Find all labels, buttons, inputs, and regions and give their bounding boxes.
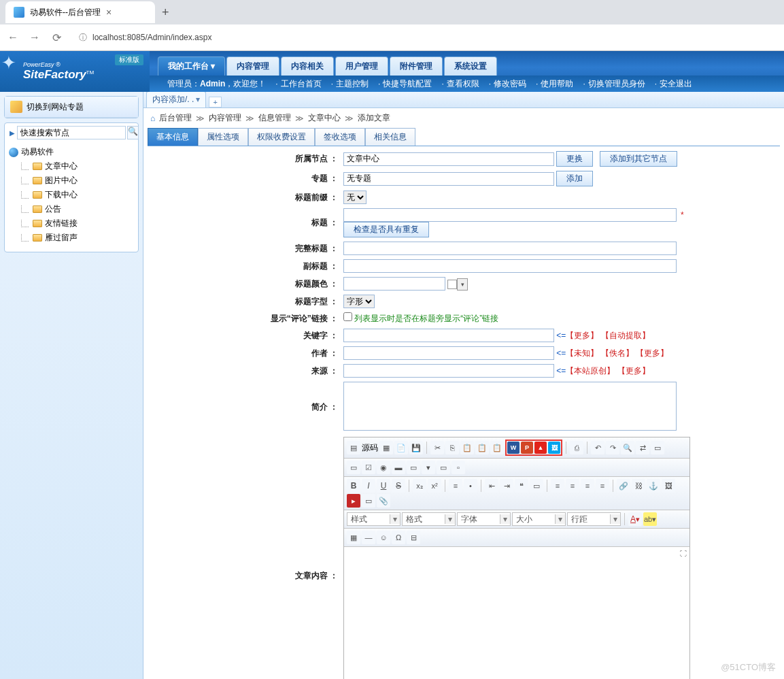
size-dd[interactable]: 大小▾: [512, 512, 566, 526]
add-button[interactable]: 添加: [556, 171, 593, 186]
source-field[interactable]: [343, 364, 554, 378]
search-input[interactable]: [17, 126, 126, 139]
link-perm[interactable]: 查看权限: [441, 78, 479, 90]
hidden-icon[interactable]: ▫: [451, 461, 465, 474]
align-center-icon[interactable]: ≡: [566, 479, 579, 493]
tab-perm[interactable]: 权限收费设置: [248, 128, 315, 146]
div-icon[interactable]: ▭: [530, 479, 543, 493]
subscript-icon[interactable]: x₂: [413, 479, 426, 493]
paste-word-icon[interactable]: 📋: [490, 441, 504, 454]
tree-node-image[interactable]: 图片中心: [21, 173, 134, 188]
anchor-icon[interactable]: ⚓: [647, 479, 660, 493]
site-info-icon[interactable]: ⓘ: [79, 32, 87, 44]
tab-sign[interactable]: 签收选项: [315, 128, 365, 146]
underline-icon[interactable]: U: [377, 479, 390, 493]
bgcolor-icon[interactable]: ab▾: [643, 512, 657, 526]
menu-content[interactable]: 内容管理: [226, 56, 279, 76]
align-left-icon[interactable]: ≡: [551, 479, 564, 493]
color-swatch[interactable]: [447, 280, 457, 289]
find-icon[interactable]: 🔍: [621, 441, 634, 454]
maximize-icon[interactable]: ⛶: [680, 550, 687, 557]
unlink-icon[interactable]: ⛓: [632, 479, 645, 493]
forward-icon[interactable]: →: [29, 31, 41, 44]
color-field[interactable]: [343, 277, 445, 291]
textarea-icon[interactable]: ▭: [407, 461, 420, 474]
link-nav[interactable]: 快捷导航配置: [378, 78, 432, 90]
crumb-2[interactable]: 信息管理: [258, 112, 291, 124]
au-anon-link[interactable]: 【佚名】: [601, 348, 634, 358]
quote-icon[interactable]: ❝: [515, 479, 528, 493]
lineheight-dd[interactable]: 行距▾: [567, 512, 621, 526]
radio-icon[interactable]: ◉: [377, 461, 390, 474]
table-icon[interactable]: ▦: [347, 531, 360, 544]
intro-textarea[interactable]: [343, 382, 677, 431]
back-icon[interactable]: ←: [7, 31, 19, 44]
ul-icon[interactable]: •: [464, 479, 477, 493]
newpage-icon[interactable]: 📄: [394, 441, 408, 454]
tree-node-download[interactable]: 下载中心: [21, 188, 134, 202]
outdent-icon[interactable]: ⇤: [485, 479, 498, 493]
special-icon[interactable]: Ω: [392, 531, 405, 544]
preview-icon[interactable]: ▦: [379, 441, 393, 454]
au-more-link[interactable]: 【更多】: [636, 348, 668, 358]
browser-tab[interactable]: 动易软件--后台管理 ×: [5, 1, 155, 23]
home-icon[interactable]: ⌂: [150, 114, 155, 123]
link-theme[interactable]: 主题控制: [331, 78, 369, 90]
smiley-icon[interactable]: ☺: [377, 531, 390, 544]
style-dd[interactable]: 样式▾: [347, 512, 400, 526]
source-icon[interactable]: ▤: [347, 441, 360, 454]
redo-icon[interactable]: ↷: [606, 441, 619, 454]
tree-node-article[interactable]: 文章中心: [21, 159, 134, 173]
keyword-field[interactable]: [343, 329, 554, 342]
link-exit[interactable]: 安全退出: [655, 78, 692, 90]
menu-system[interactable]: 系统设置: [444, 56, 497, 76]
prefix-select[interactable]: 无: [343, 191, 367, 204]
checkbox-icon[interactable]: ☑: [362, 461, 375, 474]
wintab-dd-icon[interactable]: ▾: [196, 95, 200, 104]
au-unknown-link[interactable]: 【未知】: [566, 348, 598, 358]
author-field[interactable]: [343, 346, 554, 360]
paste-icon[interactable]: 📋: [460, 441, 474, 454]
textfield-icon[interactable]: ▬: [392, 461, 405, 474]
crumb-3[interactable]: 文章中心: [308, 112, 341, 124]
attach-icon[interactable]: 📎: [377, 494, 390, 508]
italic-icon[interactable]: I: [362, 479, 375, 493]
button-icon[interactable]: ▭: [437, 461, 450, 474]
add-other-button[interactable]: 添加到其它节点: [600, 151, 677, 167]
color-dd-icon[interactable]: ▾: [457, 278, 468, 291]
pdf-icon[interactable]: ▲: [534, 442, 547, 454]
format-dd[interactable]: 格式▾: [402, 512, 456, 526]
crumb-0[interactable]: 后台管理: [159, 112, 192, 124]
font-select[interactable]: 字形: [343, 295, 375, 308]
source-label[interactable]: 源码: [362, 442, 378, 454]
check-dup-button[interactable]: 检查是否具有重复: [343, 222, 429, 237]
ppt-icon[interactable]: P: [521, 442, 533, 454]
editor-body[interactable]: ⛶: [344, 547, 689, 679]
tree-node-guestbook[interactable]: 雁过留声: [21, 231, 134, 245]
undo-icon[interactable]: ↶: [591, 441, 604, 454]
pagebreak-icon[interactable]: ⊟: [407, 531, 420, 544]
node-field[interactable]: [343, 152, 554, 166]
tree-node-links[interactable]: 友情链接: [21, 216, 134, 231]
ol-icon[interactable]: ≡: [449, 479, 462, 493]
media-icon[interactable]: ▭: [362, 494, 375, 508]
new-tab-button[interactable]: +: [155, 5, 176, 20]
menu-workbench[interactable]: 我的工作台 ▾: [158, 56, 225, 76]
menu-attach[interactable]: 附件管理: [390, 56, 443, 76]
kw-auto-link[interactable]: 【自动提取】: [601, 331, 650, 340]
subtitle-field[interactable]: [343, 259, 677, 273]
window-tab[interactable]: 内容添加/. . ▾: [146, 92, 206, 107]
fulltitle-field[interactable]: [343, 242, 677, 255]
align-right-icon[interactable]: ≡: [581, 479, 594, 493]
superscript-icon[interactable]: x²: [428, 479, 441, 493]
link-help[interactable]: 使用帮助: [536, 78, 573, 90]
src-more-link[interactable]: 【更多】: [617, 366, 650, 376]
tab-close-icon[interactable]: ×: [106, 7, 112, 18]
save-icon[interactable]: 💾: [409, 441, 423, 454]
word-icon[interactable]: W: [507, 442, 519, 454]
tab-related[interactable]: 相关信息: [365, 128, 415, 146]
select-icon[interactable]: ▾: [422, 461, 435, 474]
tree-root[interactable]: 动易软件: [9, 146, 134, 158]
search-button[interactable]: 🔍: [127, 126, 139, 139]
form-icon[interactable]: ▭: [347, 461, 360, 474]
